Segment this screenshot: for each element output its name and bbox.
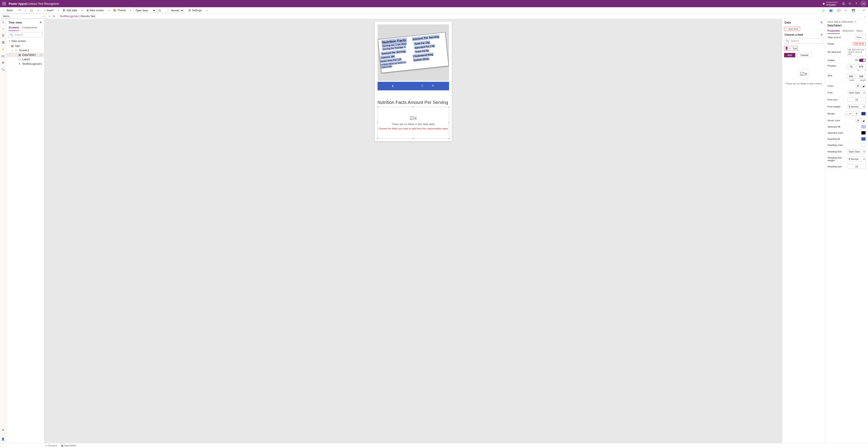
- edit-fields-link[interactable]: Edit fields: [853, 42, 866, 45]
- environment-picker[interactable]: Environment AI Builder: [826, 1, 838, 6]
- insert-dropdown[interactable]: [56, 8, 60, 13]
- border-style-select[interactable]: —▾: [845, 111, 852, 116]
- add-data-button[interactable]: 🗄 Add data: [61, 8, 79, 13]
- tree-search-input[interactable]: 🔍Search: [8, 32, 42, 37]
- tree-app-node[interactable]: ▦App: [6, 44, 44, 48]
- border-color-swatch[interactable]: [861, 112, 866, 115]
- add-data-dropdown[interactable]: [80, 8, 84, 13]
- choose-close-icon[interactable]: ✕: [820, 33, 823, 36]
- overflow-button[interactable]: ⋯: [204, 8, 210, 13]
- pos-y-input[interactable]: [857, 64, 866, 69]
- headingcolor-swatch[interactable]: [861, 143, 866, 147]
- info-icon[interactable]: ⓘ: [854, 20, 857, 24]
- tree-datatable-node[interactable]: ▦DataTable1⋯: [6, 53, 44, 57]
- rail-tree-icon[interactable]: ≡: [1, 20, 5, 24]
- rail-insert-icon[interactable]: +: [1, 27, 5, 31]
- paste-button[interactable]: 📋: [29, 8, 35, 13]
- font-select[interactable]: Open Sans▾: [848, 90, 866, 95]
- selectedfill-swatch[interactable]: [861, 125, 866, 129]
- tree-label-node[interactable]: ▭Label1: [6, 57, 44, 62]
- undo-button[interactable]: ↶: [17, 8, 22, 13]
- text-recognizer-control[interactable]: Nutrition Facts Amount Per Serving Servi…: [377, 24, 449, 81]
- hover-font-button[interactable]: A: [856, 118, 860, 123]
- fill-color-button[interactable]: ◢: [861, 84, 866, 88]
- tree-close-icon[interactable]: ✕: [39, 21, 42, 24]
- help-icon[interactable]: ?: [853, 0, 859, 7]
- tree-textrec-node[interactable]: ✦TextRecognizer1: [6, 62, 44, 66]
- tab-components[interactable]: Components: [22, 25, 37, 31]
- fontweight-select[interactable]: B Normal▾: [848, 104, 866, 109]
- formula-input[interactable]: TextRecognizer1.Results.Text: [60, 15, 862, 18]
- field-search-input[interactable]: 🔍Search: [784, 38, 823, 44]
- props-expand-icon[interactable]: ›: [865, 21, 866, 23]
- font-weight-select[interactable]: Normal: [169, 8, 184, 13]
- headingfill-swatch[interactable]: [861, 137, 866, 141]
- cancel-button[interactable]: Cancel: [797, 53, 812, 57]
- property-selector[interactable]: Items▾: [1, 14, 46, 19]
- settings-icon[interactable]: [847, 0, 853, 7]
- selectedcolor-swatch[interactable]: [861, 131, 866, 135]
- preview-icon[interactable]: ▷: [844, 8, 848, 13]
- field-option-text[interactable]: ✓ ▭ Text: [784, 46, 798, 50]
- user-avatar[interactable]: DB: [861, 1, 866, 6]
- publish-icon[interactable]: ↗: [861, 8, 866, 13]
- visible-toggle[interactable]: [859, 59, 866, 62]
- border-width-input[interactable]: [852, 111, 860, 116]
- tab-screens[interactable]: Screens: [9, 25, 19, 31]
- save-icon[interactable]: 💾: [850, 8, 857, 13]
- upload-icon[interactable]: ⬆: [389, 84, 396, 88]
- height-input[interactable]: [857, 74, 866, 79]
- new-screen-link[interactable]: +New screen: [6, 39, 44, 44]
- rail-search-icon[interactable]: 🔍: [1, 68, 5, 71]
- hover-fill-button[interactable]: ◢: [861, 118, 866, 123]
- zoom-in-icon[interactable]: 🔍: [429, 84, 437, 88]
- tab-ideas[interactable]: Ideas: [856, 29, 862, 34]
- headingfont-select[interactable]: Open Sans▾: [848, 149, 866, 154]
- font-select[interactable]: Open Sans: [133, 8, 156, 13]
- font-size-input[interactable]: [157, 8, 168, 13]
- waffle-icon[interactable]: [2, 1, 6, 6]
- rail-media-icon[interactable]: 🖼: [1, 41, 5, 44]
- datatable-control[interactable]: ☑≡ There are no fields in this data tabl…: [377, 107, 449, 138]
- font-color-button[interactable]: A: [856, 84, 860, 88]
- tab-advanced[interactable]: Advanced: [842, 29, 854, 34]
- rail-variables-icon[interactable]: (x): [1, 54, 5, 58]
- notifications-icon[interactable]: [840, 0, 847, 7]
- share-icon[interactable]: 👥: [828, 8, 834, 13]
- rail-automate-icon[interactable]: ⚡: [1, 47, 5, 51]
- data-panel-close-icon[interactable]: ✕: [820, 21, 823, 24]
- fontsize-input[interactable]: [848, 97, 866, 102]
- datasource-select[interactable]: None: [855, 35, 866, 39]
- back-button[interactable]: ← Back: [2, 8, 14, 13]
- zoom-out-icon[interactable]: 🔍: [419, 84, 427, 88]
- rail-data-icon[interactable]: 🗄: [1, 34, 5, 37]
- new-screen-button[interactable]: 🖥 New screen: [85, 8, 105, 13]
- theme-button[interactable]: 🎨 Theme: [112, 8, 127, 13]
- formula-expand-icon[interactable]: ⌄: [862, 15, 868, 18]
- checkbox-checked-icon[interactable]: ✓: [786, 47, 787, 50]
- settings-button[interactable]: ⚙ Settings: [187, 8, 203, 13]
- rail-advanced-icon[interactable]: 🛠: [1, 61, 5, 65]
- comments-icon[interactable]: 💬: [836, 8, 842, 13]
- add-field-button[interactable]: +Add field: [784, 27, 800, 31]
- field-options-icon[interactable]: ⋯: [820, 27, 823, 31]
- add-button[interactable]: Add: [784, 53, 795, 57]
- rail-ask-icon[interactable]: 👤: [1, 437, 5, 441]
- pos-x-input[interactable]: [847, 64, 856, 69]
- rail-settings-icon[interactable]: ⚙: [1, 428, 5, 432]
- insert-button[interactable]: + Insert: [43, 8, 55, 13]
- tree-screen1-node[interactable]: ⌄▭Screen1: [6, 48, 44, 53]
- width-input[interactable]: [847, 74, 856, 79]
- tab-properties[interactable]: Properties: [828, 29, 840, 34]
- fx-button[interactable]: fx: [52, 15, 57, 18]
- headingsize-input[interactable]: [848, 164, 866, 169]
- theme-dropdown[interactable]: [128, 8, 132, 13]
- app-checker-icon[interactable]: 🩺: [820, 8, 826, 13]
- paste-dropdown[interactable]: [35, 8, 40, 13]
- headingfw-select[interactable]: B Normal▾: [848, 157, 866, 161]
- canvas-area[interactable]: Nutrition Facts Amount Per Serving Servi…: [44, 19, 782, 443]
- new-screen-dropdown[interactable]: [106, 8, 111, 13]
- nodata-text-input[interactable]: We didn't find any data to show at this: [847, 48, 866, 56]
- undo-dropdown[interactable]: [23, 8, 28, 13]
- node-menu-icon[interactable]: ⋯: [39, 53, 42, 57]
